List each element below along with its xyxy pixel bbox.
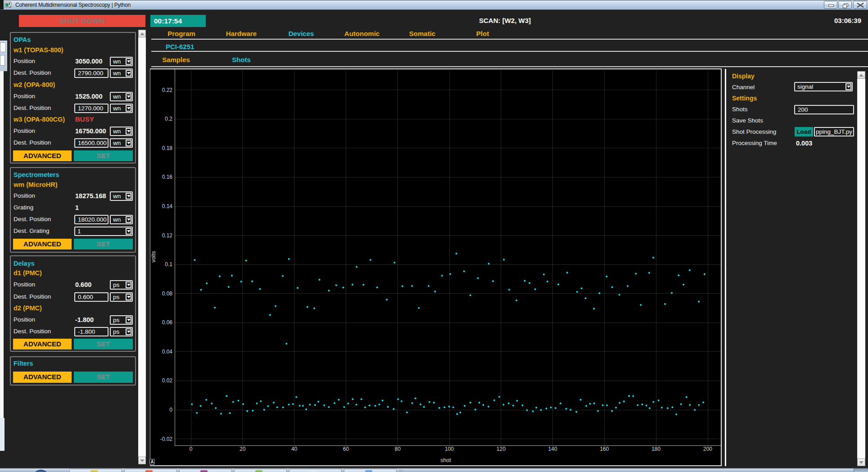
svg-text:0: 0	[169, 407, 172, 413]
svg-text:180: 180	[651, 446, 660, 452]
svg-text:60: 60	[343, 446, 349, 452]
svg-text:20: 20	[240, 446, 246, 452]
svg-text:volts: volts	[150, 251, 157, 263]
svg-text:0: 0	[190, 446, 193, 452]
svg-text:0.16: 0.16	[162, 174, 173, 180]
svg-text:0.04: 0.04	[162, 349, 173, 355]
svg-text:40: 40	[291, 446, 298, 452]
svg-text:0.14: 0.14	[162, 203, 173, 209]
svg-text:0.12: 0.12	[162, 232, 173, 239]
svg-text:0.08: 0.08	[162, 290, 173, 297]
svg-text:0.18: 0.18	[162, 145, 173, 151]
svg-text:140: 140	[548, 446, 557, 452]
svg-text:80: 80	[395, 446, 401, 452]
svg-text:0.06: 0.06	[162, 319, 173, 326]
svg-text:0.22: 0.22	[162, 87, 173, 93]
svg-text:-0.02: -0.02	[160, 436, 173, 442]
svg-text:shot: shot	[440, 457, 451, 463]
svg-text:0.2: 0.2	[165, 116, 172, 122]
svg-text:0.1: 0.1	[165, 261, 172, 268]
svg-text:0.02: 0.02	[162, 377, 173, 384]
svg-text:200: 200	[703, 446, 712, 452]
svg-text:160: 160	[600, 446, 609, 452]
svg-text:120: 120	[497, 446, 506, 452]
svg-text:100: 100	[445, 446, 454, 452]
